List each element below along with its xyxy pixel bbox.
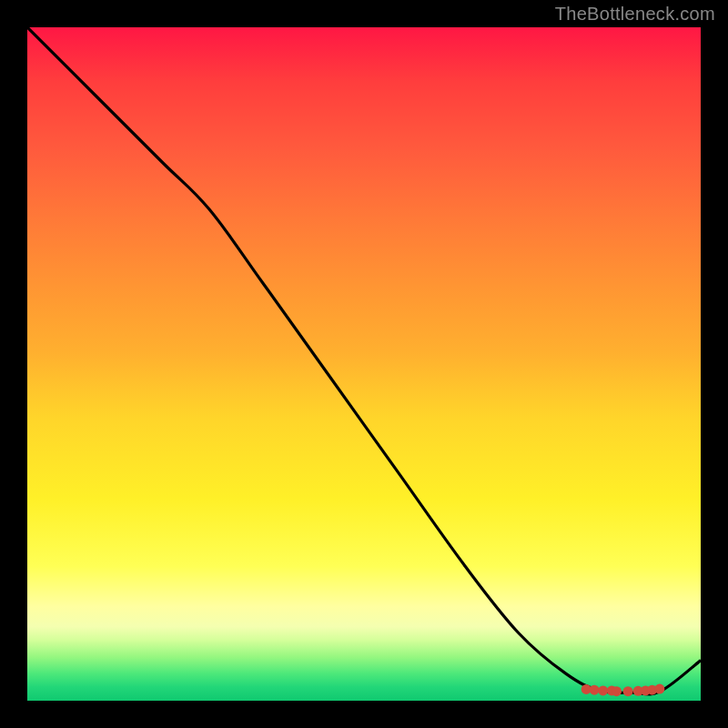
optimal-dot [590, 685, 600, 695]
optimal-dot [598, 685, 608, 695]
curve-line [27, 27, 701, 694]
watermark-text: TheBottleneck.com [555, 4, 715, 25]
chart-svg [27, 27, 701, 701]
chart-area [27, 27, 701, 701]
optimal-dots-cluster [581, 684, 665, 697]
optimal-dot [612, 686, 622, 696]
optimal-dot [623, 686, 633, 696]
optimal-dot [654, 684, 664, 694]
